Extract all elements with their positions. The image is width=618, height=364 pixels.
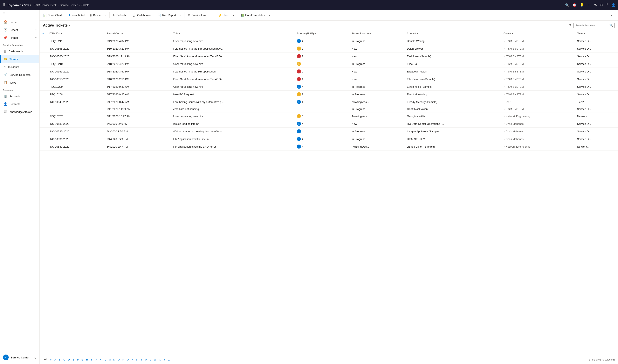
help-icon[interactable]: ? [606, 3, 608, 7]
letter-btn-c[interactable]: C [62, 357, 67, 362]
row-contact[interactable]: Freddy Mercury (Sample) [404, 98, 501, 106]
search-input[interactable] [575, 24, 608, 27]
table-row[interactable]: REQ10209 6/17/2020 9:31 AM User requesti… [40, 83, 618, 91]
filter-icon[interactable]: ⚗ [594, 3, 597, 7]
letter-btn-all[interactable]: All [43, 357, 48, 362]
excel-dropdown-arrow[interactable]: ▾ [267, 12, 272, 18]
letter-btn-m[interactable]: M [107, 357, 112, 362]
table-row[interactable]: INC-10565-2020 6/19/2020 3:27 PM I canno… [40, 45, 618, 52]
letter-btn-t[interactable]: T [139, 357, 144, 362]
letter-btn-u[interactable]: U [144, 357, 148, 362]
target-icon[interactable]: 🎯 [573, 3, 577, 7]
table-row[interactable]: INC-10531-2020 6/4/2020 3:49 PM HR Appli… [40, 135, 618, 143]
row-checkbox[interactable] [40, 83, 47, 91]
letter-btn-l[interactable]: L [103, 357, 107, 362]
row-checkbox[interactable] [40, 112, 47, 120]
flow-dropdown-arrow[interactable]: ▾ [231, 12, 236, 18]
run-report-button[interactable]: 📄 Run Report [156, 12, 178, 18]
letter-btn-v[interactable]: V [148, 357, 153, 362]
col-itsm-id[interactable]: ITSM ID ↑ ▾ [47, 30, 104, 37]
col-checkbox[interactable]: ✓ [40, 30, 47, 37]
table-row[interactable]: REQ10211 6/19/2020 4:07 PM User requesti… [40, 37, 618, 45]
row-contact[interactable]: HQ Data Center Operations (... [404, 120, 501, 128]
letter-btn-j[interactable]: J [94, 357, 98, 362]
table-row[interactable]: INC-10558-2020 6/18/2020 2:56 PM Fired:S… [40, 75, 618, 83]
run-report-dropdown-arrow[interactable]: ▾ [178, 12, 183, 18]
sidebar-item-pinned[interactable]: 📌 Pinned ▾ [0, 34, 39, 42]
letter-btn-b[interactable]: B [57, 357, 62, 362]
view-title-chevron-icon[interactable]: ▾ [69, 24, 70, 27]
letter-btn-k[interactable]: K [98, 357, 103, 362]
email-link-button[interactable]: ✉ Email a Link [186, 12, 208, 18]
sidebar-item-contacts[interactable]: 👤 Contacts [0, 100, 39, 108]
letter-btn-q[interactable]: Q [125, 357, 130, 362]
col-dropdown-icon[interactable]: ▾ [512, 33, 513, 35]
col-priority[interactable]: Priority (ITSM) ▾ [294, 30, 349, 37]
sidebar-item-tickets[interactable]: 🎫 Tickets [0, 55, 39, 63]
refresh-button[interactable]: ↻ Refresh [111, 12, 128, 18]
row-checkbox[interactable] [40, 128, 47, 135]
row-contact[interactable]: Event Monitoring [404, 91, 501, 98]
show-chart-button[interactable]: 📊 Show Chart [41, 12, 64, 18]
col-team[interactable]: Team ▾ [575, 30, 618, 37]
table-row[interactable]: INC-10532-2020 6/4/2020 3:50 PM 404 erro… [40, 128, 618, 135]
letter-btn-a[interactable]: A [53, 357, 57, 362]
table-row[interactable]: INC-10543-2020 6/17/2020 8:47 AM I am ha… [40, 98, 618, 106]
letter-btn-#[interactable]: # [48, 357, 53, 362]
row-checkbox[interactable] [40, 143, 47, 151]
col-dropdown-icon[interactable]: ▾ [121, 33, 122, 35]
user-icon[interactable]: 👤 [611, 3, 616, 7]
row-checkbox[interactable] [40, 52, 47, 60]
letter-btn-o[interactable]: O [116, 357, 121, 362]
col-dropdown-icon[interactable]: ▾ [584, 33, 585, 35]
row-checkbox[interactable] [40, 60, 47, 68]
sidebar-item-service-requests[interactable]: 🛒 Service Requests [0, 71, 39, 79]
letter-btn-s[interactable]: S [134, 357, 139, 362]
row-contact[interactable]: Ella Jacobsen (Sample) [404, 75, 501, 83]
row-contact[interactable]: ITSM SYSTEM [404, 135, 501, 143]
letter-btn-x[interactable]: X [158, 357, 162, 362]
letter-btn-y[interactable]: Y [162, 357, 167, 362]
row-checkbox[interactable] [40, 45, 47, 52]
sidebar-item-dashboards[interactable]: ▦ Dashboards [0, 47, 39, 55]
letter-btn-g[interactable]: G [80, 357, 85, 362]
col-raised-on[interactable]: Raised On ↓ ▾ [104, 30, 171, 37]
view-filter-icon[interactable]: ⚗ [569, 24, 571, 27]
row-checkbox[interactable] [40, 37, 47, 45]
letter-btn-w[interactable]: W [153, 357, 157, 362]
col-dropdown-icon[interactable]: ▾ [417, 33, 418, 35]
flow-button[interactable]: ⚡ Flow [216, 12, 230, 18]
letter-btn-e[interactable]: E [71, 357, 76, 362]
letter-btn-n[interactable]: N [112, 357, 116, 362]
col-owner[interactable]: Owner ▾ [501, 30, 575, 37]
row-checkbox[interactable] [40, 120, 47, 128]
service-center-badge[interactable]: SC Service Center ◇ [0, 352, 39, 362]
delete-button[interactable]: 🗑 Delete [87, 12, 103, 18]
row-checkbox[interactable] [40, 106, 47, 112]
excel-templates-button[interactable]: 📗 Excel Templates [239, 12, 267, 18]
collaborate-button[interactable]: 💬 Collaborate [131, 12, 153, 18]
table-row[interactable]: INC-10533-2020 6/5/2020 8:46 AM Issues l… [40, 120, 618, 128]
col-status-reason[interactable]: Status Reason ▾ [349, 30, 404, 37]
delete-dropdown-arrow[interactable]: ▾ [103, 12, 108, 18]
col-dropdown-icon[interactable]: ▾ [315, 33, 316, 35]
search-box[interactable]: 🔍 [574, 23, 615, 28]
table-row[interactable]: INC-10559-2020 6/18/2020 3:57 PM I canno… [40, 68, 618, 75]
sidebar-item-recent[interactable]: 🕐 Recent ▾ [0, 26, 39, 34]
new-ticket-button[interactable]: + New Ticket [67, 12, 87, 18]
breadcrumb-module[interactable]: ITSM Service Desk [34, 3, 56, 7]
more-options-icon[interactable]: ⋯ [609, 13, 616, 17]
row-contact[interactable]: Dylan Brewer [404, 45, 501, 52]
lightbulb-icon[interactable]: 💡 [580, 3, 584, 7]
letter-btn-f[interactable]: F [76, 357, 80, 362]
col-dropdown-icon[interactable]: ▾ [370, 33, 371, 35]
table-row[interactable]: REQ10210 6/18/2020 4:20 PM User requesti… [40, 60, 618, 68]
email-dropdown-arrow[interactable]: ▾ [209, 12, 214, 18]
search-icon[interactable]: 🔍 [565, 3, 569, 7]
letter-btn-i[interactable]: I [89, 357, 94, 362]
letter-btn-r[interactable]: R [130, 357, 134, 362]
add-icon[interactable]: ＋ [587, 3, 591, 7]
sidebar-item-incidents[interactable]: ⚠ Incidents [0, 63, 39, 71]
col-dropdown-icon[interactable]: ▾ [61, 33, 62, 35]
row-checkbox[interactable] [40, 98, 47, 106]
